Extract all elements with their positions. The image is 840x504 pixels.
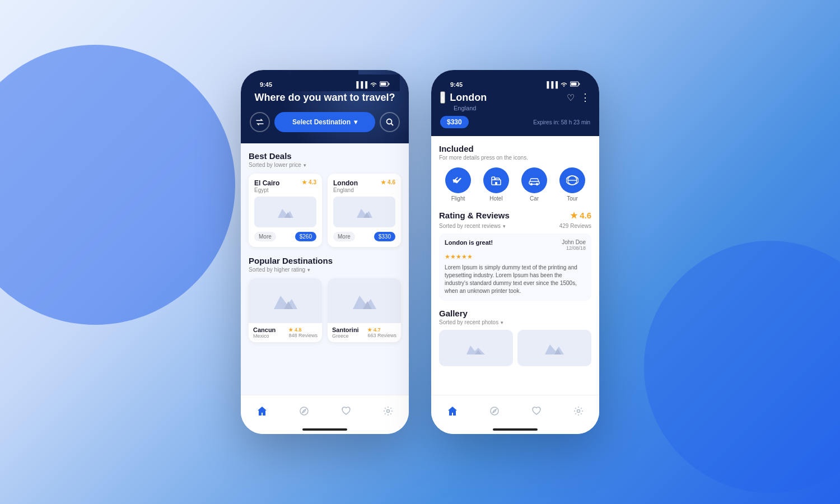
popular-card-0-info: Cancun Mexico ★ 4.8 848 Reviews xyxy=(249,323,322,342)
tour-circle[interactable] xyxy=(559,167,585,193)
deal-card-0-location: El Cairo Egypt xyxy=(254,179,279,193)
nav2-settings[interactable] xyxy=(568,401,589,421)
gallery-section: Gallery Sorted by recent photos ▾ xyxy=(439,309,591,366)
rating-header: Rating & Reviews ★ 4.6 xyxy=(439,211,591,221)
gallery-item-0[interactable] xyxy=(439,330,513,366)
gallery-sort-chevron-icon: ▾ xyxy=(501,320,503,325)
svg-point-6 xyxy=(386,409,389,412)
wifi-icon-2 xyxy=(560,81,568,88)
star-popular-1: ★ xyxy=(367,327,372,333)
popular-sort-chevron-icon: ▾ xyxy=(307,267,310,273)
more-button-1[interactable]: More xyxy=(333,232,355,241)
price-badge: $330 xyxy=(440,116,469,128)
more-options-button[interactable]: ⋮ xyxy=(580,91,590,104)
popular-title: Popular Destinations xyxy=(249,256,401,265)
bg-circle-left xyxy=(0,45,235,325)
included-tour: Tour xyxy=(559,167,585,202)
svg-point-18 xyxy=(577,409,580,412)
nav2-favorites[interactable] xyxy=(526,401,547,421)
review-stars: ★★★★★ xyxy=(445,253,586,260)
deal-card-1-footer: More $330 xyxy=(333,232,395,241)
deal-card-1: London England ★ 4.6 xyxy=(328,174,401,247)
rating-star-icon: ★ xyxy=(570,211,577,220)
phone1-content: Best Deals Sorted by lower price ▾ El Ca… xyxy=(241,143,409,395)
exchange-button[interactable] xyxy=(250,112,270,132)
svg-rect-2 xyxy=(389,83,390,85)
review-card-header: London is great! John Doe 12/08/18 xyxy=(445,239,586,251)
nav2-home[interactable] xyxy=(442,401,463,421)
reviewer-name: John Doe xyxy=(562,239,586,245)
hotel-circle[interactable] xyxy=(483,167,509,193)
phone1-status-icons: ▐▐▐ xyxy=(354,81,390,88)
phone1-home-indicator xyxy=(302,428,347,431)
phone2-subtitle: England xyxy=(454,105,590,111)
phone2-title-row: ‹ London ♡ ⋮ xyxy=(440,91,590,104)
best-deals-section: Best Deals Sorted by lower price ▾ El Ca… xyxy=(249,151,401,247)
nav-favorites[interactable] xyxy=(336,401,356,421)
gallery-item-1[interactable] xyxy=(517,330,591,366)
gallery-subtitle: Sorted by recent photos ▾ xyxy=(439,319,591,325)
deals-grid: El Cairo Egypt ★ 4.3 xyxy=(249,174,401,247)
car-label: Car xyxy=(530,195,539,202)
rating-subrow: Sorted by recent reviews ▾ 429 Reviews xyxy=(439,223,591,229)
price-button-1[interactable]: $330 xyxy=(374,232,395,241)
nav2-explore[interactable] xyxy=(484,401,505,421)
nav-settings[interactable] xyxy=(378,401,398,421)
deal-rating-0: ★ 4.3 xyxy=(302,179,316,185)
included-subtitle: For more details press on the icons. xyxy=(439,155,591,161)
included-section: Included For more details press on the i… xyxy=(439,144,591,202)
signal-icon-2: ▐▐▐ xyxy=(545,81,558,88)
rating-score: ★ 4.6 xyxy=(570,211,591,221)
deal-card-1-header: London England ★ 4.6 xyxy=(333,179,395,193)
deal-image-1 xyxy=(333,197,395,227)
favorite-button[interactable]: ♡ xyxy=(567,91,575,104)
tour-label: Tour xyxy=(567,195,577,202)
included-car: Car xyxy=(521,167,547,202)
car-circle[interactable] xyxy=(521,167,547,193)
phone-2-notch xyxy=(482,70,549,86)
svg-rect-8 xyxy=(571,83,577,86)
popular-reviews-0: 848 Reviews xyxy=(288,333,318,338)
popular-rating-0: ★ 4.8 xyxy=(288,327,318,333)
svg-rect-9 xyxy=(579,83,580,85)
star-icon-1: ★ xyxy=(381,179,386,185)
back-button[interactable]: ‹ xyxy=(440,91,445,104)
phone2-content: Included For more details press on the i… xyxy=(431,136,599,395)
deal-card-0: El Cairo Egypt ★ 4.3 xyxy=(249,174,322,247)
hotel-label: Hotel xyxy=(489,195,502,202)
svg-point-14 xyxy=(536,184,538,185)
nav-explore[interactable] xyxy=(294,401,314,421)
more-button-0[interactable]: More xyxy=(254,232,276,241)
sort-reviews-label: Sorted by recent reviews xyxy=(439,223,501,229)
star-popular-0: ★ xyxy=(288,327,293,333)
popular-card-1[interactable]: Santorini Greece ★ 4.7 663 Reviews xyxy=(328,278,401,342)
phone2-city: London xyxy=(450,92,567,104)
phones-container: 9:45 ▐▐▐ xyxy=(241,70,599,434)
flight-label: Flight xyxy=(451,195,465,202)
deal-country-1: England xyxy=(333,187,358,193)
popular-destinations-section: Popular Destinations Sorted by higher ra… xyxy=(249,256,401,342)
phone-1: 9:45 ▐▐▐ xyxy=(241,70,409,434)
best-deals-title: Best Deals xyxy=(249,151,401,161)
review-count: 429 Reviews xyxy=(559,223,591,229)
flight-circle[interactable] xyxy=(445,167,471,193)
popular-card-1-info: Santorini Greece ★ 4.7 663 Reviews xyxy=(328,323,401,342)
popular-card-0[interactable]: Cancun Mexico ★ 4.8 848 Reviews xyxy=(249,278,322,342)
deal-card-0-footer: More $260 xyxy=(254,232,316,241)
search-button[interactable] xyxy=(380,112,400,132)
deal-card-0-header: El Cairo Egypt ★ 4.3 xyxy=(254,179,316,193)
header-controls: Select Destination ▾ xyxy=(250,112,400,132)
review-title: London is great! xyxy=(445,239,493,246)
nav-home[interactable] xyxy=(252,401,272,421)
bg-circle-right xyxy=(644,241,840,493)
expires-text: Expires in: 58 h 23 min xyxy=(533,119,590,125)
deal-country-0: Egypt xyxy=(254,187,279,193)
popular-country-0: Mexico xyxy=(253,333,276,339)
svg-point-3 xyxy=(387,119,392,124)
popular-grid: Cancun Mexico ★ 4.8 848 Reviews xyxy=(249,278,401,342)
review-card: London is great! John Doe 12/08/18 ★★★★★… xyxy=(439,234,591,301)
deal-city-0: El Cairo xyxy=(254,179,279,187)
popular-city-1: Santorini xyxy=(332,326,359,333)
price-button-0[interactable]: $260 xyxy=(295,232,316,241)
select-destination-button[interactable]: Select Destination ▾ xyxy=(274,112,375,132)
